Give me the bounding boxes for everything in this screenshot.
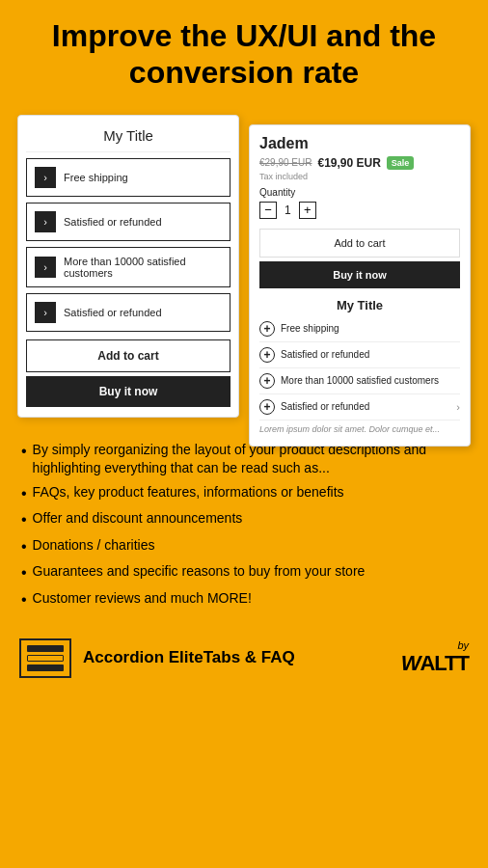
accordion-right-item-3[interactable]: + More than 10000 satisfied customers bbox=[259, 368, 460, 394]
accordion-item-3[interactable]: › More than 10000 satisfied customers bbox=[26, 247, 230, 287]
tax-text: Tax included bbox=[250, 172, 470, 185]
bullet-text-5: Guarantees and specific reasons to buy f… bbox=[33, 562, 366, 582]
bullet-dot-4: • bbox=[21, 536, 27, 557]
footer-app-name: Accordion EliteTabs & FAQ bbox=[83, 648, 390, 667]
screenshots-section: My Title › Free shipping › Satisfied or … bbox=[0, 105, 488, 433]
logo-bar-2 bbox=[27, 655, 64, 662]
product-name: Jadem bbox=[250, 135, 470, 156]
footer-section: Accordion EliteTabs & FAQ by WALTT bbox=[0, 627, 488, 692]
card-before: My Title › Free shipping › Satisfied or … bbox=[17, 115, 239, 418]
plus-icon-4: + bbox=[259, 399, 275, 415]
accordion-item-4-text: Satisfied or refunded bbox=[64, 307, 162, 318]
accordion-right-text-1: Free shipping bbox=[281, 323, 460, 334]
accordion-right-item-1[interactable]: + Free shipping bbox=[259, 316, 460, 342]
logo-bar-1 bbox=[27, 645, 64, 652]
plus-icon-3: + bbox=[259, 373, 275, 389]
footer-brand-name: WALTT bbox=[401, 651, 469, 676]
plus-icon-1: + bbox=[259, 321, 275, 337]
accordion-arrow-icon-3: › bbox=[35, 257, 56, 278]
logo-bar-3 bbox=[27, 665, 64, 671]
bullet-text-4: Donations / charities bbox=[33, 536, 155, 556]
add-to-cart-button-right[interactable]: Add to cart bbox=[259, 229, 460, 258]
header-section: Improve the UX/UI and the conversion rat… bbox=[0, 0, 488, 105]
accordion-right-item-2[interactable]: + Satisfied or refunded bbox=[259, 342, 460, 368]
accordion-item-2-text: Satisfied or refunded bbox=[64, 216, 162, 228]
quantity-value: 1 bbox=[285, 203, 291, 217]
page-title: Improve the UX/UI and the conversion rat… bbox=[19, 17, 469, 92]
accordion-item-4[interactable]: › Satisfied or refunded bbox=[26, 293, 230, 332]
buy-now-button-left[interactable]: Buy it now bbox=[26, 376, 230, 407]
accordion-item-1[interactable]: › Free shipping bbox=[26, 158, 230, 197]
accordion-arrow-icon-2: › bbox=[35, 211, 56, 232]
app-logo bbox=[19, 638, 71, 678]
accordion-arrow-icon-4: › bbox=[35, 302, 56, 323]
bullet-item-4: • Donations / charities bbox=[21, 536, 467, 557]
quantity-plus-button[interactable]: + bbox=[299, 202, 316, 219]
bullet-item-5: • Guarantees and specific reasons to buy… bbox=[21, 562, 467, 583]
accordion-item-3-text: More than 10000 satisfied customers bbox=[64, 256, 222, 279]
plus-icon-2: + bbox=[259, 347, 275, 363]
quantity-label: Quantity bbox=[250, 185, 470, 200]
bullet-dot-1: • bbox=[21, 441, 27, 462]
bullet-dot-2: • bbox=[21, 483, 27, 504]
price-old: €29,90 EUR bbox=[259, 157, 312, 168]
accordion-item-2[interactable]: › Satisfied or refunded bbox=[26, 203, 230, 241]
card-after: Jadem €29,90 EUR €19,90 EUR Sale Tax inc… bbox=[249, 124, 471, 447]
accordion-right-text-3: More than 10000 satisfied customers bbox=[281, 375, 460, 386]
bullet-dot-6: • bbox=[21, 589, 27, 610]
bullet-item-6: • Customer reviews and much MORE! bbox=[21, 589, 467, 610]
accordion-right-text-2: Satisfied or refunded bbox=[281, 349, 460, 360]
bullet-text-3: Offer and discount announcements bbox=[33, 509, 243, 529]
price-new: €19,90 EUR bbox=[317, 156, 380, 170]
walt-normal: ALTT bbox=[420, 651, 469, 675]
footer-by-label: by bbox=[457, 639, 469, 651]
footer-text-block: Accordion EliteTabs & FAQ bbox=[83, 648, 390, 667]
buy-now-button-right[interactable]: Buy it now bbox=[259, 261, 460, 288]
accordion-arrow-icon: › bbox=[35, 167, 56, 188]
bullet-item-3: • Offer and discount announcements bbox=[21, 509, 467, 530]
sale-badge: Sale bbox=[387, 156, 415, 170]
card-left-title: My Title bbox=[26, 127, 230, 152]
bullets-section: • By simply reorganizing the layout of y… bbox=[0, 433, 488, 627]
bullet-text-6: Customer reviews and much MORE! bbox=[33, 589, 252, 609]
price-row: €29,90 EUR €19,90 EUR Sale bbox=[250, 156, 470, 172]
bullet-dot-3: • bbox=[21, 509, 27, 530]
bullet-dot-5: • bbox=[21, 562, 27, 583]
quantity-minus-button[interactable]: − bbox=[259, 202, 277, 219]
accordion-item-1-text: Free shipping bbox=[64, 172, 128, 183]
card-right-title: My Title bbox=[250, 294, 470, 316]
quantity-row: − 1 + bbox=[250, 200, 470, 225]
chevron-right-icon: › bbox=[456, 401, 460, 413]
accordion-right-item-4[interactable]: + Satisfied or refunded › bbox=[259, 394, 460, 420]
accordion-right-text-4: Satisfied or refunded bbox=[281, 401, 456, 412]
walt-italic: W bbox=[401, 651, 420, 675]
footer-brand-block: by WALTT bbox=[401, 639, 469, 676]
bullet-text-2: FAQs, key product features, informations… bbox=[33, 483, 344, 502]
add-to-cart-button-left[interactable]: Add to cart bbox=[26, 339, 230, 372]
bullet-item-2: • FAQs, key product features, informatio… bbox=[21, 483, 467, 504]
lorem-text: Lorem ipsum dolor sit amet. Dolor cumque… bbox=[250, 420, 470, 438]
